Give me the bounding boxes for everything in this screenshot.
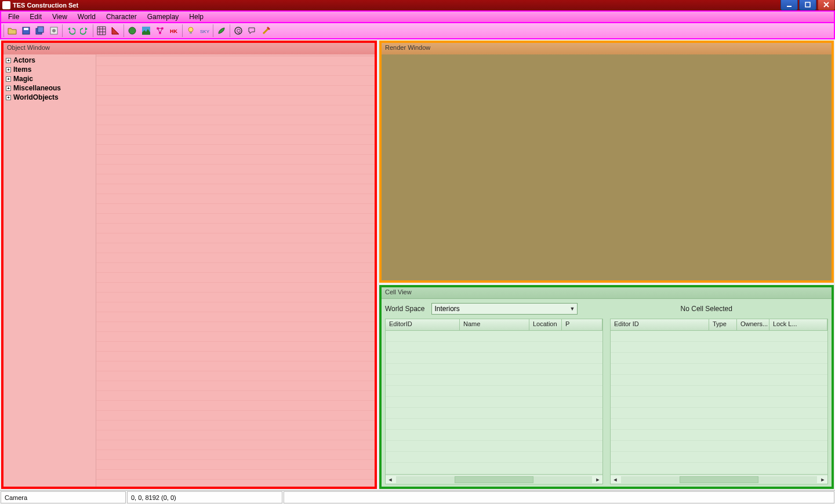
- svg-rect-7: [38, 27, 43, 32]
- tree-item-items[interactable]: +Items: [5, 65, 95, 74]
- expander-icon[interactable]: +: [6, 95, 11, 100]
- minimize-button[interactable]: [780, 0, 798, 10]
- tree-label: WorldObjects: [13, 93, 59, 101]
- close-button[interactable]: [818, 0, 835, 10]
- cell-list-header: EditorID Name Location P: [386, 319, 602, 331]
- col-lock[interactable]: Lock L...: [769, 319, 827, 330]
- preferences-icon[interactable]: [47, 24, 61, 38]
- object-list[interactable]: [96, 56, 375, 487]
- titlebar: TES Construction Set: [0, 0, 835, 10]
- leaf-icon[interactable]: [215, 24, 228, 38]
- object-window-title[interactable]: Object Window: [3, 43, 375, 54]
- tree-item-magic[interactable]: +Magic: [5, 74, 95, 83]
- menu-gameplay[interactable]: Gameplay: [143, 12, 184, 22]
- col-owners[interactable]: Owners...: [737, 319, 769, 330]
- toolbar-separator: [213, 24, 213, 37]
- cell-list-scrollbar[interactable]: ◄ ►: [386, 474, 602, 484]
- render-window-title[interactable]: Render Window: [382, 43, 832, 54]
- cell-list-body[interactable]: [386, 331, 602, 474]
- scroll-track[interactable]: [621, 476, 817, 483]
- havok-icon[interactable]: HK: [167, 24, 181, 38]
- menu-world[interactable]: World: [73, 12, 100, 22]
- col-editor-id[interactable]: Editor ID: [611, 319, 709, 330]
- menu-edit[interactable]: Edit: [25, 12, 46, 22]
- snap-grid-icon[interactable]: [95, 24, 108, 38]
- scroll-thumb[interactable]: [680, 476, 758, 483]
- redo-icon[interactable]: [78, 24, 92, 38]
- maximize-button[interactable]: [799, 0, 816, 10]
- expander-icon[interactable]: +: [6, 58, 11, 63]
- svg-point-9: [52, 29, 56, 32]
- cell-tables: EditorID Name Location P ◄ ► Editor ID: [385, 319, 828, 484]
- menu-view[interactable]: View: [48, 12, 72, 22]
- scroll-left-icon[interactable]: ◄: [386, 477, 395, 483]
- menubar: File Edit View World Character Gameplay …: [0, 10, 835, 23]
- world-space-label: World Space: [385, 305, 424, 313]
- menu-help[interactable]: Help: [184, 12, 208, 22]
- scroll-track[interactable]: [396, 476, 592, 483]
- tree-item-actors[interactable]: +Actors: [5, 56, 95, 65]
- expander-icon[interactable]: +: [6, 86, 11, 91]
- svg-text:HK: HK: [170, 28, 177, 34]
- col-type[interactable]: Type: [709, 319, 737, 330]
- world-space-value: Interiors: [434, 305, 459, 313]
- tree-label: Magic: [13, 75, 33, 83]
- svg-point-16: [188, 27, 193, 32]
- world-icon[interactable]: [125, 24, 139, 38]
- cell-list-table: EditorID Name Location P ◄ ►: [385, 319, 603, 484]
- svg-text:Q: Q: [237, 28, 241, 34]
- col-p[interactable]: P: [562, 319, 602, 330]
- status-rest: [284, 491, 834, 503]
- tree-item-worldobjects[interactable]: +WorldObjects: [5, 93, 95, 102]
- save-icon[interactable]: [19, 24, 33, 38]
- menu-file[interactable]: File: [3, 12, 24, 22]
- lightbulb-icon[interactable]: [184, 24, 198, 38]
- object-window: Object Window +Actors +Items +Magic +Mis…: [1, 41, 377, 489]
- render-window: Render Window: [379, 41, 834, 283]
- sky-icon[interactable]: SKY: [198, 24, 212, 38]
- scroll-right-icon[interactable]: ►: [593, 477, 602, 483]
- tree-label: Miscellaneous: [13, 84, 61, 92]
- tree-label: Items: [13, 65, 31, 74]
- svg-text:SKY: SKY: [200, 29, 209, 34]
- scroll-right-icon[interactable]: ►: [818, 477, 827, 483]
- object-tree: +Actors +Items +Magic +Miscellaneous +Wo…: [3, 54, 96, 487]
- toolbar-separator: [124, 24, 124, 37]
- tree-item-miscellaneous[interactable]: +Miscellaneous: [5, 83, 95, 93]
- world-pathgrid-icon[interactable]: [153, 24, 167, 38]
- menu-character[interactable]: Character: [101, 12, 141, 22]
- world-landscape-icon[interactable]: [139, 24, 153, 38]
- svg-rect-17: [190, 32, 192, 34]
- undo-icon[interactable]: [64, 24, 78, 38]
- col-location[interactable]: Location: [529, 319, 562, 330]
- snap-angle-icon[interactable]: [108, 24, 122, 38]
- scroll-left-icon[interactable]: ◄: [611, 477, 620, 483]
- speech-icon[interactable]: [245, 24, 259, 38]
- script-icon[interactable]: [259, 24, 273, 38]
- expander-icon[interactable]: +: [6, 76, 11, 82]
- col-name[interactable]: Name: [460, 319, 529, 330]
- cell-refs-scrollbar[interactable]: ◄ ►: [611, 474, 827, 484]
- no-cell-selected-label: No Cell Selected: [584, 305, 828, 313]
- dialogue-icon[interactable]: Q: [231, 24, 245, 38]
- cell-refs-body[interactable]: [611, 331, 827, 474]
- save-all-icon[interactable]: [33, 24, 47, 38]
- object-window-body: +Actors +Items +Magic +Miscellaneous +Wo…: [3, 54, 375, 487]
- open-folder-icon[interactable]: [5, 24, 19, 38]
- chevron-down-icon: ▼: [570, 306, 575, 312]
- toolbar-separator: [93, 24, 93, 37]
- cell-refs-header: Editor ID Type Owners... Lock L...: [611, 319, 827, 331]
- svg-rect-5: [24, 28, 28, 30]
- scroll-thumb[interactable]: [455, 476, 533, 483]
- statusbar: Camera 0, 0, 8192 (0, 0): [0, 490, 835, 504]
- render-viewport[interactable]: [382, 54, 832, 280]
- cell-refs-table: Editor ID Type Owners... Lock L... ◄ ►: [610, 319, 828, 484]
- app-title: TES Construction Set: [13, 2, 78, 9]
- expander-icon[interactable]: +: [6, 67, 11, 72]
- world-space-select[interactable]: Interiors ▼: [431, 303, 578, 315]
- toolbar-separator: [230, 24, 230, 37]
- cell-view-title[interactable]: Cell View: [382, 287, 832, 299]
- svg-point-10: [129, 27, 136, 34]
- col-editorid[interactable]: EditorID: [386, 319, 460, 330]
- app-icon: [2, 1, 10, 9]
